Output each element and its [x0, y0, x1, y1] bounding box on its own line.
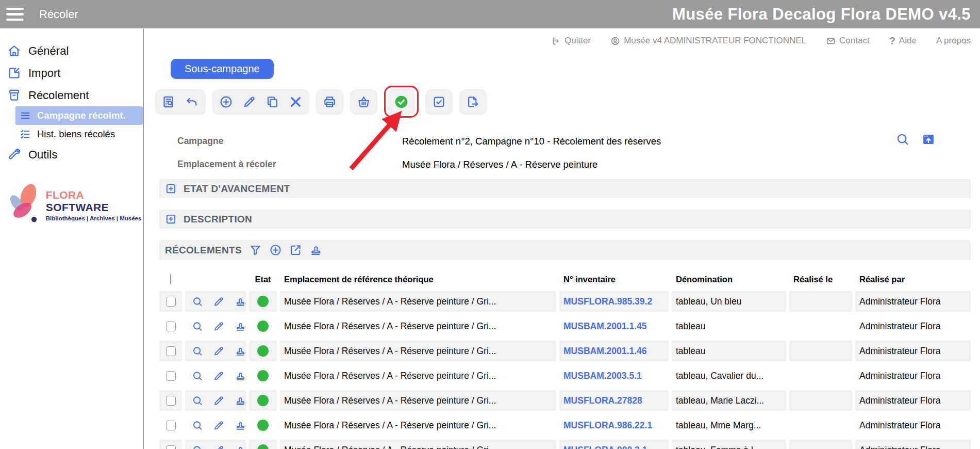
search-icon[interactable] [895, 132, 910, 147]
edit-pencil-icon[interactable] [213, 395, 224, 407]
delete-button[interactable] [289, 95, 303, 109]
flora-logo: FLORA SOFTWARE Bibliothèques | Archives … [4, 181, 143, 229]
contact-link[interactable]: Contact [826, 36, 870, 46]
view-magnifier-icon[interactable] [192, 296, 203, 308]
edit-pencil-icon[interactable] [213, 444, 224, 449]
edit-pencil-icon[interactable] [213, 370, 224, 382]
section-etat-avancement[interactable]: ETAT D'AVANCEMENT [159, 179, 971, 198]
status-dot-green [257, 296, 269, 307]
red-highlight-box [384, 86, 419, 118]
emplacement-cell: Musée Flora / Réserves / A - Réserve pei… [280, 341, 556, 361]
realise-le-cell [789, 341, 852, 361]
edit-pencil-icon[interactable] [213, 296, 224, 308]
inventory-link[interactable]: MUSFLORA.27828 [563, 395, 642, 406]
header-links: Quitter Musée v4 ADMINISTRATEUR FONCTION… [144, 28, 971, 53]
stamp-icon[interactable] [235, 370, 246, 382]
expand-plus-icon[interactable] [165, 183, 177, 195]
filter-funnel-icon[interactable] [249, 244, 262, 256]
recolements-title: RÉCOLEMENTS [165, 245, 242, 256]
top-bar: Récoler Musée Flora Decalog Flora DEMO v… [0, 0, 980, 28]
view-magnifier-icon[interactable] [192, 420, 203, 431]
print-button[interactable] [323, 95, 337, 109]
copy-icon [265, 95, 279, 109]
select-all-checkbox[interactable] [170, 274, 171, 284]
add-circle-icon[interactable] [269, 244, 282, 256]
export-button[interactable] [466, 95, 480, 109]
stamp-icon[interactable] [235, 296, 246, 308]
stamp-icon[interactable] [235, 395, 246, 407]
row-checkbox[interactable] [166, 396, 176, 406]
realise-le-cell [789, 316, 852, 336]
a-propos-link[interactable]: A propos [936, 36, 971, 46]
aide-link[interactable]: ? Aide [889, 35, 917, 47]
field-campagne: Campagne Récolement n°2, Campagne n°10 -… [177, 130, 971, 153]
a-propos-label: A propos [936, 36, 971, 46]
add-button[interactable] [219, 95, 233, 109]
view-magnifier-icon[interactable] [192, 370, 203, 382]
table-row: Musée Flora / Réserves / A - Réserve pei… [159, 415, 971, 436]
export-icon [466, 95, 480, 109]
edit-pencil-icon[interactable] [213, 420, 224, 431]
expand-plus-icon[interactable] [165, 213, 177, 225]
table-header-row: Etat Emplacement de référence théorique … [159, 271, 971, 287]
quitter-link[interactable]: Quitter [551, 36, 591, 46]
hamburger-menu-icon[interactable] [6, 8, 24, 21]
edit-pencil-icon[interactable] [213, 320, 224, 332]
sidebar-item-import[interactable]: Import [0, 62, 143, 84]
tab-sous-campagne[interactable]: Sous-campagne [171, 59, 274, 79]
user-menu[interactable]: Musée v4 ADMINISTRATEUR FONCTIONNEL [610, 36, 806, 46]
realise-par-cell: Administrateur Flora [855, 365, 971, 386]
validate-button[interactable] [394, 95, 408, 109]
sidebar-item-campagne-recolmt[interactable]: Campagne récolmt. [15, 106, 143, 125]
sidebar-item-recolement[interactable]: Récolement [0, 84, 143, 106]
quitter-label: Quitter [564, 36, 591, 46]
row-checkbox[interactable] [166, 421, 176, 430]
inventory-link[interactable]: MUSFLORA.985.39.2 [563, 296, 652, 307]
basket-button[interactable] [357, 95, 371, 109]
stamp-icon[interactable] [235, 345, 246, 357]
inventory-link[interactable]: MUSBAM.2001.1.46 [563, 346, 646, 357]
stamp-icon[interactable] [309, 244, 322, 256]
view-magnifier-icon[interactable] [192, 444, 203, 449]
sidebar-item-label: Récolement [28, 89, 89, 102]
row-checkbox[interactable] [166, 371, 176, 381]
inventory-link[interactable]: MUSFLORA.900.3.1 [563, 445, 647, 449]
green-check-icon [394, 95, 408, 109]
stamp-icon[interactable] [235, 444, 246, 449]
checkbox-check-icon [432, 95, 446, 109]
open-window-icon[interactable] [921, 132, 936, 147]
realise-le-cell [789, 291, 852, 312]
sidebar-item-label: Outils [28, 148, 57, 162]
inventory-link[interactable]: MUSBAM.2001.1.45 [563, 321, 646, 332]
view-magnifier-icon[interactable] [192, 320, 203, 332]
sidebar-item-hist-biens-recoles[interactable]: Hist. biens récolés [15, 125, 143, 143]
x-icon [289, 95, 303, 109]
row-checkbox[interactable] [166, 445, 176, 449]
realise-le-cell [789, 390, 852, 411]
status-dot-green [257, 345, 269, 357]
inventory-link[interactable]: MUSBAM.2003.5.1 [563, 371, 642, 381]
stamp-icon[interactable] [235, 420, 246, 431]
row-checkbox[interactable] [166, 297, 176, 307]
checkbox-validate-button[interactable] [432, 95, 446, 109]
sidebar-item-label: Hist. biens récolés [37, 129, 115, 140]
sidebar-item-general[interactable]: Général [0, 40, 143, 62]
stamp-icon[interactable] [235, 320, 246, 332]
inventory-link[interactable]: MUSFLORA.986.22.1 [563, 420, 652, 431]
sidebar-item-label: Général [28, 44, 69, 58]
edit-pencil-icon[interactable] [213, 345, 224, 357]
row-checkbox[interactable] [166, 346, 176, 356]
view-magnifier-icon[interactable] [192, 395, 203, 407]
denomination-cell: tableau, Marie Laczi... [672, 390, 786, 411]
copy-button[interactable] [265, 95, 279, 109]
view-magnifier-icon[interactable] [192, 345, 203, 357]
edit-button[interactable] [242, 95, 256, 109]
sidebar-item-outils[interactable]: Outils [0, 143, 143, 166]
row-checkbox[interactable] [166, 322, 176, 331]
denomination-cell: tableau [672, 316, 786, 336]
external-link-icon[interactable] [289, 244, 302, 256]
list-search-button[interactable] [162, 95, 176, 109]
undo-button[interactable] [185, 95, 199, 109]
section-description[interactable]: DESCRIPTION [159, 210, 971, 229]
denomination-cell: tableau, Un bleu [672, 291, 786, 312]
